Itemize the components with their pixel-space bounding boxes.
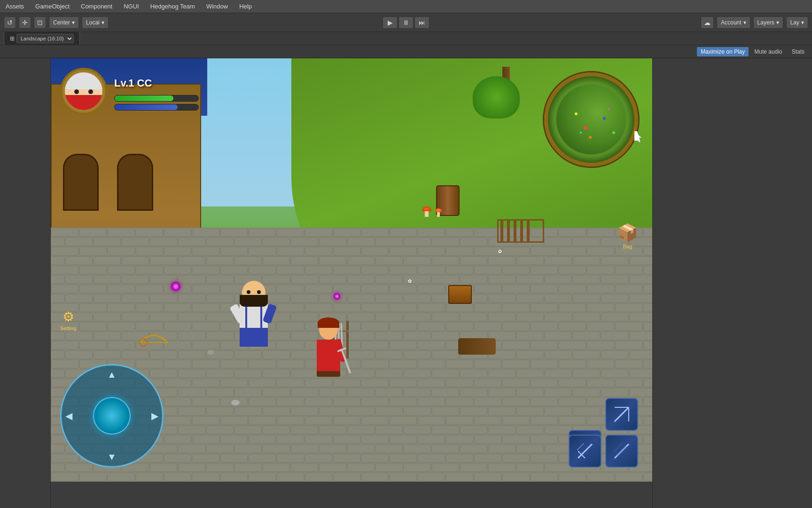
scene-icon: ⊞ [10, 35, 15, 42]
scene-tab-landscape[interactable]: ⊞ Landscape (16:10) 16:9 4:3 [4, 32, 80, 45]
npc-eye-2 [257, 290, 261, 294]
layout-dropdown-arrow: ▾ [801, 19, 804, 26]
center-dropdown-arrow: ▾ [72, 19, 75, 26]
player-level-name: Lv.1 CC [114, 77, 152, 89]
joystick-container[interactable]: ▲ ▼ ◀ ▶ [60, 364, 164, 468]
game-viewport[interactable]: ✿ ✿ [51, 58, 652, 482]
fence-post-4 [520, 221, 523, 241]
svg-line-26 [617, 446, 626, 456]
purple-orb-1 [171, 282, 180, 291]
toolbar-move-btn[interactable]: ✛ [19, 16, 31, 29]
main-area: ✿ ✿ [0, 58, 812, 508]
account-label: Account [721, 19, 741, 26]
toolbar: ↺ ✛ ⊡ Center ▾ Local ▾ ▶ ⏸ ⏭ ☁ Account ▾… [0, 13, 812, 32]
toolbar-rotate-btn[interactable]: ↺ [4, 16, 16, 29]
window-1 [63, 154, 99, 211]
avatar-eye-right [88, 89, 93, 94]
mp-bar-fill [115, 104, 178, 110]
svg-line-22 [578, 444, 592, 458]
bag-label: Bag [623, 244, 632, 249]
suspender-2 [260, 304, 262, 328]
svg-point-13 [580, 132, 582, 134]
mushroom-cap-2 [435, 208, 442, 212]
skill-btn-3[interactable] [569, 435, 601, 468]
player-class: CC [137, 77, 152, 89]
layers-dropdown-arrow: ▾ [776, 19, 779, 26]
mute-audio-btn[interactable]: Mute audio [750, 47, 786, 56]
skill-buttons [569, 398, 638, 468]
gear-icon: ⚙ [62, 309, 74, 325]
minimap-indicator [625, 77, 633, 86]
cloud-btn[interactable]: ☁ [701, 16, 714, 29]
menu-help[interactable]: Help [237, 2, 254, 11]
skill-1-icon [612, 405, 631, 424]
menu-gameobject[interactable]: GameObject [33, 2, 71, 11]
menu-component[interactable]: Component [79, 2, 114, 11]
menu-assets[interactable]: Assets [4, 2, 26, 11]
center-dropdown[interactable]: Center ▾ [49, 16, 79, 29]
setting-button[interactable]: ⚙ Setting [60, 309, 76, 331]
svg-point-7 [584, 126, 587, 130]
svg-point-10 [612, 131, 615, 134]
toolbar-right: ☁ Account ▾ Layers ▾ Lay ▾ [701, 16, 808, 29]
svg-point-12 [608, 108, 610, 110]
mushroom-cap-1 [422, 206, 431, 211]
pause-button[interactable]: ⏸ [398, 16, 414, 29]
step-button[interactable]: ⏭ [414, 16, 429, 29]
maximize-on-play-btn[interactable]: Maximize on Play [697, 47, 749, 56]
arrow-right: ▶ [151, 410, 158, 421]
avatar-helmet [65, 72, 102, 89]
center-dropdown-label: Center [53, 19, 70, 26]
svg-point-6 [557, 86, 632, 161]
account-dropdown[interactable]: Account ▾ [717, 16, 750, 29]
joystick-outer[interactable]: ▲ ▼ ◀ ▶ [60, 364, 164, 468]
flower-2: ✿ [408, 278, 412, 284]
local-dropdown-arrow: ▾ [102, 19, 104, 26]
skill-btn-4[interactable] [605, 435, 638, 468]
menu-window[interactable]: Window [204, 2, 230, 11]
arrow-up: ▲ [107, 369, 117, 380]
joystick-arrows: ▲ ▼ ◀ ▶ [62, 365, 162, 466]
svg-point-11 [589, 136, 592, 139]
menu-ngui[interactable]: NGUI [122, 2, 141, 11]
svg-line-24 [577, 443, 584, 450]
svg-point-8 [603, 117, 606, 120]
layout-dropdown[interactable]: Lay ▾ [786, 16, 808, 29]
svg-line-17 [615, 417, 619, 421]
player-body-container [315, 320, 341, 372]
layers-dropdown[interactable]: Layers ▾ [753, 16, 783, 29]
fence-post-1 [500, 221, 503, 241]
player-avatar-face [65, 72, 102, 110]
svg-point-9 [575, 112, 578, 115]
mp-bar-bg [114, 104, 199, 111]
crossbow-item [135, 324, 172, 363]
game-scene: ✿ ✿ [51, 58, 652, 482]
toolbar-scale-btn[interactable]: ⊡ [34, 16, 46, 29]
scene-resolution-dropdown[interactable]: Landscape (16:10) 16:9 4:3 [16, 34, 74, 43]
setting-label: Setting [60, 325, 76, 331]
stats-btn[interactable]: Stats [788, 47, 808, 56]
fence-post-3 [514, 221, 516, 241]
menu-hedgehog-team[interactable]: Hedgehog Team [148, 2, 197, 11]
mouse-cursor [634, 131, 643, 143]
play-button[interactable]: ▶ [383, 16, 398, 29]
right-panel [652, 58, 812, 508]
arrow-left: ◀ [65, 410, 72, 421]
local-dropdown[interactable]: Local ▾ [82, 16, 109, 29]
rack-post-2 [346, 321, 349, 358]
svg-marker-28 [634, 131, 642, 143]
local-dropdown-label: Local [86, 19, 100, 26]
layers-label: Layers [757, 19, 774, 26]
npc-eye-1 [247, 290, 250, 294]
player-head [319, 320, 338, 340]
mushroom-group [422, 206, 442, 219]
bag-button[interactable]: 📦 Bag [617, 223, 638, 249]
account-dropdown-arrow: ▾ [743, 19, 746, 26]
npc-beard [240, 295, 268, 307]
suspender-1 [245, 304, 247, 328]
mushroom-stem-1 [425, 211, 429, 217]
skill-btn-1[interactable] [605, 398, 638, 431]
npc-pants [240, 328, 268, 347]
player-hud: Lv.1 CC [60, 68, 107, 115]
play-controls: ▶ ⏸ ⏭ [383, 16, 429, 29]
